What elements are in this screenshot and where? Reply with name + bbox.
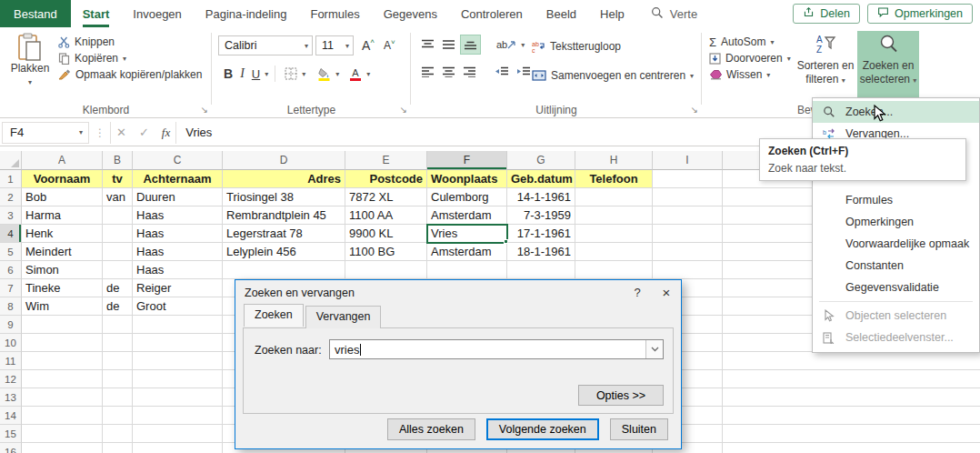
menu-item-zoeken[interactable]: Zoeken... (813, 101, 979, 123)
cell[interactable] (653, 243, 723, 261)
cell[interactable]: 1100 AA (345, 206, 427, 225)
cell[interactable] (103, 352, 133, 370)
cell-filler[interactable] (723, 425, 980, 443)
ribbon-tab-controleren[interactable]: Controleren (461, 0, 523, 27)
cut-button[interactable]: Knippen (58, 34, 202, 50)
cell[interactable] (22, 334, 103, 352)
cell[interactable] (133, 370, 223, 388)
cell[interactable] (22, 388, 103, 407)
cell[interactable]: Achternaam (133, 170, 223, 188)
cell[interactable] (653, 170, 723, 188)
cell[interactable] (22, 425, 103, 443)
clear-button[interactable]: Wissen ▾ (709, 66, 791, 83)
borders-button[interactable] (282, 64, 300, 84)
cell[interactable] (133, 316, 223, 334)
name-box[interactable]: F4 ▾ (2, 122, 89, 144)
file-tab[interactable]: Bestand (0, 0, 71, 27)
font-size-combo[interactable]: 11 ▾ (315, 35, 354, 55)
cell[interactable] (22, 407, 103, 425)
cell[interactable]: Wim (22, 297, 103, 316)
cell[interactable]: Tineke (22, 279, 103, 297)
align-top-button[interactable] (418, 35, 437, 55)
bold-button[interactable]: B (221, 64, 235, 84)
cell[interactable]: Haas (133, 206, 223, 225)
cell[interactable] (223, 261, 345, 279)
autosum-button[interactable]: Σ AutoSom ▾ (709, 34, 791, 50)
row-header-3[interactable]: 3 (0, 206, 22, 225)
cell[interactable]: Bob (22, 188, 103, 206)
cell[interactable]: Harma (22, 206, 103, 225)
ribbon-tab-formules[interactable]: Formules (310, 0, 359, 27)
cell[interactable]: 1100 BG (345, 243, 427, 261)
cell-filler[interactable] (723, 352, 980, 370)
selected-cell-F4[interactable]: Vries (427, 225, 507, 243)
cell[interactable] (22, 316, 103, 334)
cell[interactable]: Woonplaats (427, 170, 507, 188)
cell[interactable]: Adres (223, 170, 345, 188)
row-header-9[interactable]: 9 (0, 316, 22, 334)
cell[interactable] (103, 425, 133, 443)
column-header-A[interactable]: A (22, 151, 103, 170)
cell[interactable] (133, 352, 223, 370)
cell[interactable] (575, 188, 653, 206)
ribbon-tab-pagina-indeling[interactable]: Pagina-indeling (205, 0, 287, 27)
align-bottom-button[interactable] (460, 35, 481, 55)
find-next-button[interactable]: Volgende zoeken (486, 418, 599, 440)
cell[interactable]: 9900 KL (345, 225, 427, 243)
cell[interactable] (22, 352, 103, 370)
row-header-7[interactable]: 7 (0, 279, 22, 297)
column-header-D[interactable]: D (223, 151, 345, 170)
cell[interactable] (653, 261, 723, 279)
ribbon-tab-beeld[interactable]: Beeld (546, 0, 576, 27)
cell[interactable]: Telefoon (575, 170, 653, 188)
cell-filler[interactable] (723, 388, 980, 407)
align-center-button[interactable] (439, 62, 458, 82)
row-header-10[interactable]: 10 (0, 334, 22, 352)
cell[interactable]: 18-1-1961 (507, 243, 575, 261)
cell[interactable]: Duuren (133, 188, 223, 206)
align-middle-button[interactable] (439, 35, 458, 55)
cell[interactable] (133, 407, 223, 425)
cell[interactable]: Postcode (345, 170, 427, 188)
row-header-4[interactable]: 4 (0, 225, 22, 243)
cell[interactable] (575, 225, 653, 243)
cell[interactable] (103, 225, 133, 243)
increase-font-size-button[interactable]: A˄ (359, 35, 377, 55)
cell[interactable]: Lelyplein 456 (223, 243, 345, 261)
menu-item-gegevensvalidatie[interactable]: Gegevensvalidatie (813, 277, 979, 298)
row-header-5[interactable]: 5 (0, 243, 22, 261)
row-header-15[interactable]: 15 (0, 425, 22, 443)
share-button[interactable]: Delen (793, 4, 860, 24)
insert-function-button[interactable]: fx (162, 126, 170, 140)
column-header-C[interactable]: C (133, 151, 223, 170)
cell[interactable] (133, 334, 223, 352)
ribbon-tab-invoegen[interactable]: Invoegen (133, 0, 182, 27)
cell[interactable]: van (103, 188, 133, 206)
cell[interactable] (653, 206, 723, 225)
cell[interactable] (507, 261, 575, 279)
menu-item-opmerkingen[interactable]: Opmerkingen (813, 211, 979, 233)
row-header-13[interactable]: 13 (0, 388, 22, 407)
dialog-tab-vervangen[interactable]: Vervangen (305, 306, 382, 328)
column-header-I[interactable]: I (653, 151, 723, 170)
cell[interactable] (575, 243, 653, 261)
row-header-2[interactable]: 2 (0, 188, 22, 206)
copy-button[interactable]: Kopiëren ▾ (58, 50, 202, 66)
align-left-button[interactable] (418, 62, 437, 82)
cell[interactable] (103, 206, 133, 225)
row-header-14[interactable]: 14 (0, 407, 22, 425)
menu-item-constanten[interactable]: Constanten (813, 255, 979, 277)
dialog-launcher-icon[interactable]: ↘ (691, 105, 698, 115)
combo-dropdown-button[interactable] (645, 340, 663, 358)
cell[interactable] (22, 443, 103, 453)
paste-button[interactable]: Plakken ▾ (7, 33, 53, 104)
cell[interactable]: Amsterdam (427, 243, 507, 261)
cell[interactable] (653, 188, 723, 206)
cell[interactable] (103, 407, 133, 425)
cell[interactable]: Geb.datum (507, 170, 575, 188)
cell[interactable]: Henk (22, 225, 103, 243)
wrap-text-button[interactable]: abc Tekstterugloop (532, 38, 621, 55)
cell[interactable] (103, 316, 133, 334)
dialog-close-icon[interactable]: × (652, 280, 681, 305)
ribbon-tab-start[interactable]: Start (83, 0, 110, 27)
